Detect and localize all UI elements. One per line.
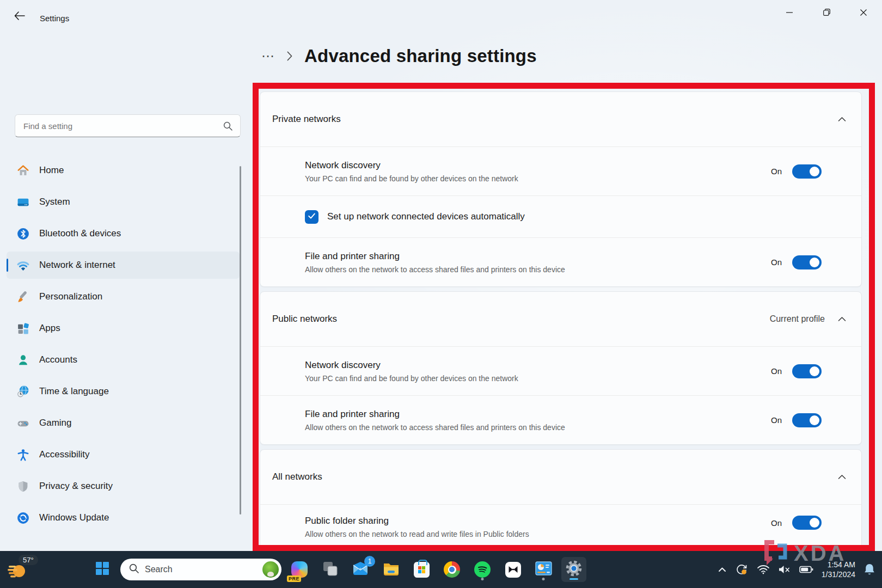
sidebar-item-label: Accounts — [39, 354, 77, 365]
sidebar-item-personalization[interactable]: Personalization — [7, 283, 240, 310]
running-indicator — [542, 578, 545, 580]
network-discovery-public-toggle[interactable] — [792, 364, 822, 378]
sidebar-scrollbar[interactable] — [240, 166, 241, 514]
file-printer-sharing-public-toggle[interactable] — [792, 413, 822, 427]
sidebar-item-label: Home — [39, 165, 64, 176]
running-indicator — [481, 578, 484, 580]
checkmark-icon — [307, 211, 316, 223]
back-button[interactable] — [10, 9, 29, 25]
back-arrow-icon — [14, 11, 25, 22]
setting-row-auto-setup: Set up network connected devices automat… — [260, 195, 861, 237]
sidebar-item-time-language[interactable]: Time & language — [7, 378, 240, 405]
section-all-networks: All networks Public folder sharing Allow… — [260, 449, 862, 551]
home-icon — [16, 163, 30, 177]
section-header[interactable]: All networks — [260, 450, 861, 504]
setting-row-network-discovery-public: Network discovery Your PC can find and b… — [260, 346, 861, 395]
sidebar-item-label: Windows Update — [39, 512, 109, 523]
overlapping-windows-icon — [322, 561, 338, 579]
sidebar-item-gaming[interactable]: Gaming — [7, 409, 240, 437]
settings-window: Settings — [0, 0, 882, 551]
sidebar-item-network-internet[interactable]: Network & internet — [7, 252, 240, 279]
update-pending-icon[interactable] — [734, 562, 749, 577]
spotify-button[interactable] — [470, 557, 495, 582]
sidebar-item-accessibility[interactable]: Accessibility — [7, 441, 240, 468]
sidebar-item-label: System — [39, 197, 70, 207]
microsoft-store-icon — [414, 562, 430, 578]
setting-row-file-printer-sharing: File and printer sharing Allow others on… — [260, 237, 861, 286]
file-explorer-icon — [383, 561, 400, 578]
auto-setup-label[interactable]: Set up network connected devices automat… — [327, 211, 525, 222]
media-viewer-button[interactable] — [531, 557, 556, 582]
chevron-up-icon[interactable] — [838, 314, 846, 324]
setting-description: Allow others on the network to access sh… — [305, 423, 771, 432]
settings-taskbar-button[interactable] — [561, 557, 586, 582]
wifi-icon[interactable] — [757, 565, 770, 574]
network-discovery-toggle[interactable] — [792, 164, 822, 179]
toggle-state-label: On — [771, 258, 782, 267]
restore-icon — [823, 8, 830, 18]
window-title: Settings — [40, 14, 69, 23]
capcut-icon — [505, 562, 521, 578]
hidden-icons-chevron[interactable] — [718, 567, 726, 572]
copilot-button[interactable]: PRE — [287, 557, 312, 582]
taskbar-search[interactable]: Search — [120, 559, 281, 580]
temperature-badge: 57° — [19, 555, 38, 565]
file-printer-sharing-toggle[interactable] — [792, 255, 822, 270]
mail-button[interactable]: 1 — [348, 557, 373, 582]
setting-description: Allow others on the network to access sh… — [305, 265, 771, 274]
chevron-up-icon[interactable] — [838, 472, 846, 482]
capcut-button[interactable] — [500, 557, 525, 582]
close-button[interactable] — [845, 0, 882, 26]
chevron-up-icon[interactable] — [838, 114, 846, 124]
setting-title: Public folder sharing — [305, 516, 771, 526]
sidebar-item-privacy-security[interactable]: Privacy & security — [7, 473, 240, 500]
sidebar-item-label: Accessibility — [39, 449, 90, 460]
accounts-icon — [16, 353, 30, 367]
section-header[interactable]: Private networks — [260, 92, 861, 146]
public-folder-sharing-toggle[interactable] — [792, 516, 822, 530]
auto-setup-checkbox[interactable] — [305, 210, 318, 224]
minimize-button[interactable] — [771, 0, 808, 26]
battery-icon[interactable] — [799, 566, 813, 573]
sidebar-item-accounts[interactable]: Accounts — [7, 346, 240, 373]
find-setting-box — [15, 114, 241, 137]
sidebar-item-label: Gaming — [39, 418, 72, 428]
clock[interactable]: 1:54 AM 1/31/2024 — [822, 560, 855, 579]
taskbar-search-label: Search — [145, 565, 256, 574]
bing-daily-image[interactable] — [262, 561, 279, 578]
microsoft-store-button[interactable] — [409, 557, 434, 582]
section-title: All networks — [272, 471, 322, 482]
toggle-state-label: On — [771, 415, 782, 425]
setting-row-public-folder-sharing: Public folder sharing Allow others on th… — [260, 504, 861, 551]
sidebar-item-bluetooth-devices[interactable]: Bluetooth & devices — [7, 220, 240, 247]
setting-row-network-discovery: Network discovery Your PC can find and b… — [260, 146, 861, 195]
sidebar-item-windows-update[interactable]: Windows Update — [7, 504, 240, 531]
setting-description: Your PC can find and be found by other d… — [305, 174, 771, 183]
setting-row-file-printer-sharing-public: File and printer sharing Allow others on… — [260, 395, 861, 444]
overlapping-windows-button[interactable] — [317, 557, 342, 582]
search-icon[interactable] — [223, 121, 232, 131]
toggle-state-label: On — [771, 366, 782, 376]
screen: Settings — [0, 0, 882, 588]
volume-muted-icon[interactable] — [778, 565, 791, 574]
section-header[interactable]: Public networks Current profile — [260, 292, 861, 346]
accessibility-icon — [16, 448, 30, 462]
time-language-icon — [16, 384, 30, 399]
restore-button[interactable] — [808, 0, 845, 26]
section-title: Public networks — [272, 314, 337, 324]
file-explorer-button[interactable] — [378, 557, 403, 582]
sidebar-item-label: Personalization — [39, 291, 102, 302]
sidebar-item-home[interactable]: Home — [7, 157, 240, 184]
chrome-button[interactable] — [439, 557, 464, 582]
sidebar-item-label: Privacy & security — [39, 481, 113, 492]
setting-title: File and printer sharing — [305, 409, 771, 420]
current-profile-badge: Current profile — [770, 314, 825, 324]
find-setting-input[interactable] — [15, 121, 223, 131]
sidebar-item-system[interactable]: System — [7, 188, 240, 216]
breadcrumb-ellipsis[interactable]: ⋯ — [261, 48, 275, 64]
weather-widget[interactable]: 57° — [7, 555, 39, 584]
system-tray: 1:54 AM 1/31/2024 — [718, 551, 875, 588]
notification-bell-icon[interactable] — [863, 563, 875, 576]
start-button[interactable] — [90, 557, 115, 582]
sidebar-item-apps[interactable]: Apps — [7, 315, 240, 342]
